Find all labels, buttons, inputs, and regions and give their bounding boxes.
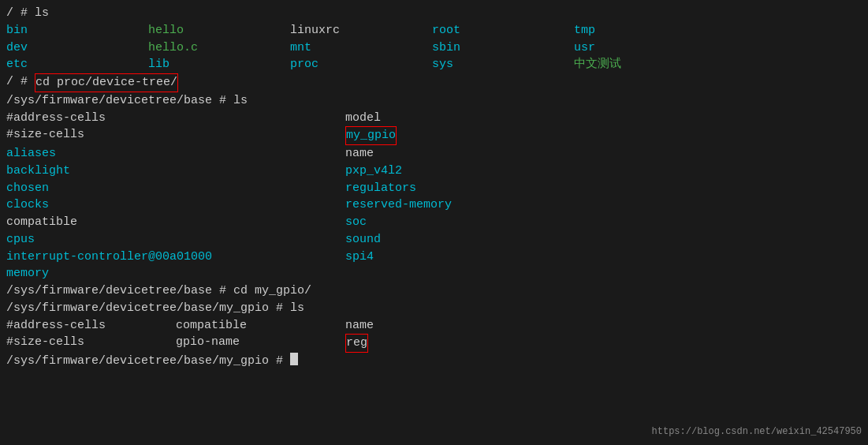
- prompt: / #: [6, 73, 35, 92]
- col-hello: hello: [148, 22, 290, 39]
- name: name: [345, 145, 374, 163]
- col-tmp: tmp: [574, 22, 716, 39]
- reserved-memory: reserved-memory: [345, 196, 452, 214]
- model: model: [345, 110, 381, 127]
- line-mygpio-ls: /sys/firmware/devicetree/base/my_gpio # …: [6, 300, 862, 317]
- col-root: root: [432, 22, 574, 39]
- col-etc: etc: [6, 56, 148, 73]
- line-1: / # ls: [6, 5, 862, 22]
- dt-row-7: compatible soc: [6, 214, 862, 231]
- dt-row-10: memory: [6, 265, 862, 282]
- my-gpio: my_gpio: [345, 126, 397, 145]
- line-cd: / # cd proc/device-tree/: [6, 73, 862, 92]
- devtree-prompt: /sys/firmware/devicetree/base # ls: [6, 92, 248, 110]
- dt-row-2: #size-cells my_gpio: [6, 126, 862, 145]
- col-proc: proc: [290, 56, 432, 73]
- watermark: https://blog.csdn.net/weixin_42547950: [652, 425, 862, 439]
- dt-row-5: chosen regulators: [6, 180, 862, 197]
- sound: sound: [345, 231, 381, 249]
- dt-row-8: cpus sound: [6, 231, 862, 249]
- col-lib: lib: [148, 56, 290, 73]
- dt-row-3: aliases name: [6, 145, 862, 163]
- clocks: clocks: [6, 196, 345, 214]
- dt-row-6: clocks reserved-memory: [6, 196, 862, 214]
- line-devtree-ls: /sys/firmware/devicetree/base # ls: [6, 92, 862, 110]
- mygpio-prompt: /sys/firmware/devicetree/base/my_gpio # …: [6, 300, 304, 317]
- ls-row-3: etc lib proc sys 中文测试: [6, 56, 862, 73]
- cpus: cpus: [6, 231, 345, 249]
- pxp-v4l2: pxp_v4l2: [345, 163, 402, 180]
- col-chinese: 中文测试: [574, 56, 716, 73]
- mygpio-name: name: [345, 317, 374, 335]
- mygpio-size-cells: #size-cells: [6, 334, 176, 353]
- addr-cells: #address-cells: [6, 110, 345, 127]
- col-dev: dev: [6, 39, 148, 57]
- col-mnt: mnt: [290, 39, 432, 57]
- col-hello-c: hello.c: [148, 39, 290, 57]
- col-bin: bin: [6, 22, 148, 39]
- spi4: spi4: [345, 249, 374, 266]
- cd-command: cd proc/device-tree/: [35, 73, 178, 92]
- col-sys: sys: [432, 56, 574, 73]
- dt-row-1: #address-cells model: [6, 110, 862, 127]
- compatible: compatible: [6, 214, 345, 231]
- soc: soc: [345, 214, 367, 231]
- terminal: / # ls bin hello linuxrc root tmp dev he…: [0, 0, 868, 445]
- mygpio-gpio-name: gpio-name: [176, 334, 345, 353]
- chosen: chosen: [6, 180, 345, 197]
- line-cd-mygpio: /sys/firmware/devicetree/base # cd my_gp…: [6, 282, 862, 300]
- backlight: backlight: [6, 163, 345, 180]
- mygpio-compatible: compatible: [176, 317, 345, 335]
- mygpio-row-2: #size-cells gpio-name reg: [6, 334, 862, 353]
- mygpio-addr-cells: #address-cells: [6, 317, 176, 335]
- dt-row-4: backlight pxp_v4l2: [6, 163, 862, 180]
- aliases: aliases: [6, 145, 345, 163]
- line-final: /sys/firmware/devicetree/base/my_gpio #: [6, 353, 862, 370]
- ls-row-1: bin hello linuxrc root tmp: [6, 22, 862, 39]
- memory: memory: [6, 265, 49, 282]
- regulators: regulators: [345, 180, 416, 197]
- final-prompt: /sys/firmware/devicetree/base/my_gpio #: [6, 353, 290, 370]
- size-cells: #size-cells: [6, 126, 345, 145]
- col-sbin: sbin: [432, 39, 574, 57]
- mygpio-reg: reg: [345, 334, 368, 353]
- devtree-prompt2: /sys/firmware/devicetree/base # cd my_gp…: [6, 282, 311, 300]
- cursor: [290, 353, 298, 365]
- col-linuxrc: linuxrc: [290, 22, 432, 39]
- interrupt-controller: interrupt-controller@00a01000: [6, 249, 345, 266]
- col-usr: usr: [574, 39, 716, 57]
- dt-row-9: interrupt-controller@00a01000 spi4: [6, 249, 862, 266]
- mygpio-row-1: #address-cells compatible name: [6, 317, 862, 335]
- ls-row-2: dev hello.c mnt sbin usr: [6, 39, 862, 57]
- text: / # ls: [6, 5, 49, 22]
